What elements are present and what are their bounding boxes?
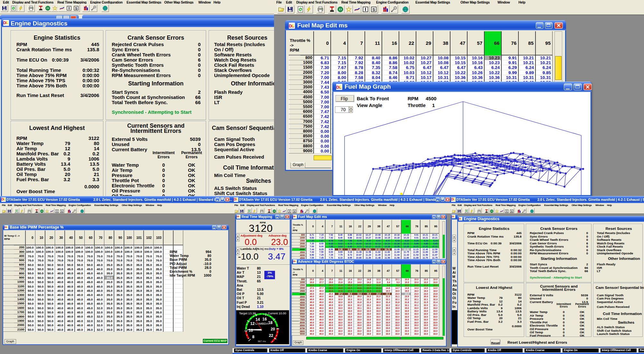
svg-text:S: S [373, 7, 375, 12]
svg-text:B: B [16, 210, 18, 212]
svg-text:22: 22 [269, 334, 273, 338]
svg-text:12: 12 [250, 321, 255, 326]
svg-text:S: S [511, 210, 512, 213]
svg-text:987 mv: 987 mv [258, 340, 266, 343]
svg-text:18: 18 [268, 320, 273, 325]
svg-text:S: S [293, 210, 295, 213]
svg-text:S: S [61, 210, 62, 213]
svg-text:S: S [75, 6, 77, 10]
svg-text:8: 8 [252, 335, 254, 339]
svg-text:B: B [249, 210, 250, 212]
svg-text:Current 10.00: Current 10.00 [268, 312, 286, 315]
svg-text:20: 20 [270, 327, 275, 331]
svg-text:16: 16 [262, 317, 267, 321]
svg-text:Target 13.38: Target 13.38 [239, 312, 256, 315]
svg-text:B: B [466, 210, 468, 212]
svg-text:10: 10 [249, 328, 253, 333]
